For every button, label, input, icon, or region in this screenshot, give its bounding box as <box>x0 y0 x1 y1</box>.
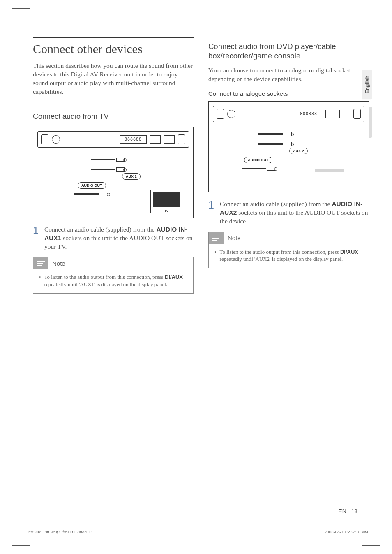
note-box: Note • To listen to the audio output fro… <box>208 232 369 268</box>
note-text-bold: DI/AUX <box>340 249 358 255</box>
note-text-bold: DI/AUX <box>165 274 183 280</box>
note-title: Note <box>228 234 241 241</box>
tv-icon: TV <box>150 190 182 213</box>
diagram-device-connection: 888888 AUX 2 AUDIO OUT <box>208 101 369 192</box>
display-segment: 888888 <box>120 135 147 144</box>
callout-audio-out: AUDIO OUT <box>78 182 106 189</box>
note-box: Note • To listen to the audio output fro… <box>33 257 194 293</box>
note-text: To listen to the audio output from this … <box>220 248 364 263</box>
step-text: Connect an audio cable (supplied) from t… <box>44 225 194 251</box>
callout-audio-out: AUDIO OUT <box>244 157 272 163</box>
intro-paragraph: This section describes how you can route… <box>33 62 194 96</box>
subheading-analogue: Connect to analogue sockets <box>208 90 369 97</box>
heading-rule <box>208 37 369 37</box>
intro-paragraph-right: You can choose to connect to analogue or… <box>208 66 369 83</box>
step-text-c: sockets on this unit to the AUDIO OUT so… <box>220 209 368 225</box>
subheading-dvd: Connect audio from DVD player/cable box/… <box>208 42 369 60</box>
heading-rule <box>33 37 194 38</box>
bullet-icon: • <box>39 274 41 288</box>
crop-mark <box>362 508 362 527</box>
callout-aux: AUX 2 <box>289 148 308 154</box>
note-text-a: To listen to the audio output from this … <box>44 274 165 280</box>
step-1: 1 Connect an audio cable (supplied) from… <box>33 225 194 251</box>
page-footer: EN 13 <box>338 508 357 515</box>
note-text-c: repeatedly until 'AUX2' is displayed on … <box>220 256 343 262</box>
step-1: 1 Connect an audio cable (supplied) from… <box>208 200 369 226</box>
step-text-a: Connect an audio cable (supplied) from t… <box>220 200 332 207</box>
cable-icon <box>74 191 108 197</box>
imprint-line: 1_htr3465_98_eng3_final815.indd 13 2008-… <box>24 529 368 534</box>
note-text-a: To listen to the audio output from this … <box>220 249 340 255</box>
note-icon <box>33 257 48 269</box>
step-text: Connect an audio cable (supplied) from t… <box>220 200 369 226</box>
step-number: 1 <box>208 200 214 226</box>
cable-icon <box>91 167 125 172</box>
step-number: 1 <box>33 225 39 251</box>
crop-mark <box>12 8 30 9</box>
crop-mark <box>30 508 30 527</box>
note-title: Note <box>52 260 65 267</box>
tab-language: English <box>362 70 372 99</box>
receiver-front-icon: 888888 <box>37 131 189 148</box>
subheading-tv: Connect audio from TV <box>33 112 194 121</box>
imprint-timestamp: 2008-04-10 5:32:18 PM <box>325 529 368 534</box>
device-icon <box>311 167 360 186</box>
bullet-icon: • <box>214 248 217 263</box>
tv-label: TV <box>151 209 182 213</box>
cable-icon <box>242 166 275 172</box>
cable-icon <box>258 131 292 137</box>
sub-rule <box>33 109 194 109</box>
diagram-tv-connection: 888888 AUX 1 AUDIO OUT TV <box>33 127 194 218</box>
crop-mark <box>30 8 30 27</box>
receiver-front-icon: 888888 <box>213 106 364 122</box>
imprint-file: 1_htr3465_98_eng3_final815.indd 13 <box>24 529 92 534</box>
page-title: Connect other devices <box>33 42 194 56</box>
callout-aux: AUX 1 <box>122 173 141 180</box>
crop-mark <box>362 545 380 546</box>
note-text: To listen to the audio output from this … <box>44 274 188 288</box>
step-text-c: sockets on this unit to the AUDIO OUT so… <box>44 234 193 250</box>
footer-page-number: 13 <box>351 508 357 515</box>
step-text-a: Connect an audio cable (supplied) from t… <box>44 226 156 233</box>
footer-lang: EN <box>338 508 346 515</box>
cable-icon <box>258 141 292 147</box>
note-text-c: repeatedly until 'AUX1' is displayed on … <box>44 281 168 287</box>
display-segment: 888888 <box>295 110 322 118</box>
crop-mark <box>12 545 30 546</box>
note-icon <box>209 232 224 244</box>
cable-icon <box>91 157 125 162</box>
